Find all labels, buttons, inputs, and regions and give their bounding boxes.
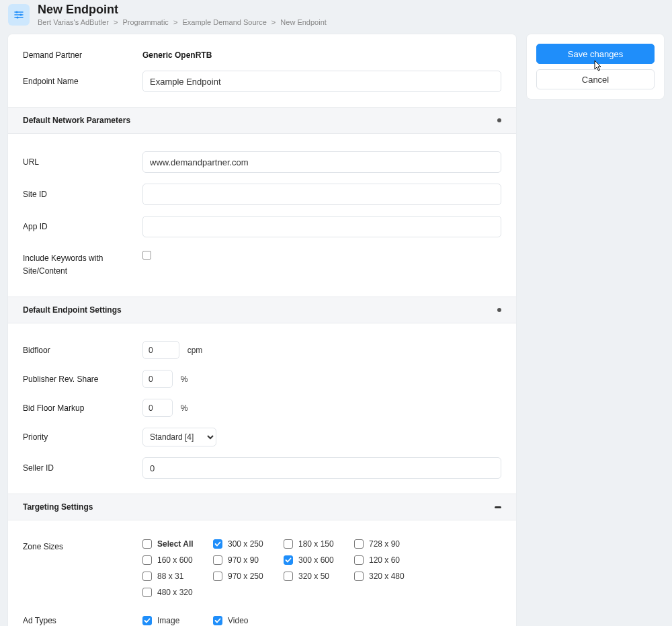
include-keywords-checkbox[interactable]: [142, 251, 151, 260]
action-panel: Save changes Cancel: [527, 34, 664, 99]
demand-partner-label: Demand Partner: [23, 50, 142, 60]
zone-size-label: 88 x 31: [157, 572, 183, 581]
checkbox-icon[interactable]: [284, 555, 293, 565]
collapse-minus-icon: [495, 506, 501, 508]
zone-size-option[interactable]: 480 x 320: [142, 588, 213, 597]
checkbox-icon[interactable]: [142, 555, 152, 565]
zone-size-label: 180 x 150: [298, 539, 334, 549]
app-id-label: App ID: [23, 222, 142, 231]
zone-size-option[interactable]: 970 x 250: [213, 572, 284, 581]
checkbox-icon[interactable]: [142, 539, 152, 549]
url-input[interactable]: [142, 151, 501, 173]
checkbox-icon[interactable]: [142, 588, 152, 597]
ad-type-option[interactable]: Video: [213, 616, 284, 625]
bidfloor-label: Bidfloor: [23, 346, 142, 355]
zone-size-label: 728 x 90: [369, 539, 400, 549]
zone-size-option[interactable]: 320 x 50: [284, 572, 354, 581]
checkbox-icon[interactable]: [354, 539, 364, 549]
breadcrumb-item[interactable]: Programmatic: [122, 18, 168, 26]
zone-size-option[interactable]: 160 x 600: [142, 555, 213, 565]
ad-type-option[interactable]: Image: [142, 616, 213, 625]
zone-size-option[interactable]: 970 x 90: [213, 555, 284, 565]
pubrev-label: Publisher Rev. Share: [23, 375, 142, 384]
bidfloor-suffix: cpm: [187, 346, 203, 355]
zone-size-label: 970 x 90: [228, 555, 259, 565]
checkbox-icon[interactable]: [213, 572, 222, 581]
seller-id-input[interactable]: [142, 457, 501, 479]
pubrev-input[interactable]: [142, 370, 173, 388]
priority-label: Priority: [23, 432, 142, 442]
ad-type-label: Video: [228, 616, 248, 625]
save-button[interactable]: Save changes: [536, 44, 655, 64]
checkbox-icon[interactable]: [284, 572, 293, 581]
zone-size-option[interactable]: 88 x 31: [142, 572, 213, 581]
zone-size-label: 320 x 50: [298, 572, 329, 581]
collapse-dot-icon: [497, 308, 501, 312]
site-id-label: Site ID: [23, 190, 142, 199]
endpoint-name-input[interactable]: [142, 71, 501, 92]
breadcrumb-item[interactable]: Example Demand Source: [182, 18, 266, 26]
breadcrumb: Bert Varias's AdButler > Programmatic > …: [38, 18, 327, 26]
breadcrumb-item: New Endpoint: [280, 18, 327, 26]
ad-types-label: Ad Types: [23, 616, 142, 625]
main-form: Demand Partner Generic OpenRTB Endpoint …: [8, 34, 516, 626]
zone-sizes-grid: Select All300 x 250180 x 150728 x 90160 …: [142, 539, 495, 597]
site-id-input[interactable]: [142, 184, 501, 205]
zone-size-option[interactable]: 728 x 90: [354, 539, 425, 549]
ad-types-group: ImageVideo: [142, 616, 284, 625]
demand-partner-value: Generic OpenRTB: [142, 50, 212, 60]
checkbox-icon[interactable]: [354, 555, 364, 565]
checkbox-icon[interactable]: [213, 555, 222, 565]
zone-size-label: 160 x 600: [157, 555, 193, 565]
zone-size-option[interactable]: 300 x 600: [284, 555, 354, 565]
svg-point-1: [19, 13, 22, 15]
breadcrumb-item[interactable]: Bert Varias's AdButler: [38, 18, 109, 26]
svg-point-0: [15, 11, 17, 13]
zone-size-label: 120 x 60: [369, 555, 400, 565]
zone-size-option[interactable]: Select All: [142, 539, 213, 549]
url-label: URL: [23, 157, 142, 167]
endpoint-name-label: Endpoint Name: [23, 77, 142, 86]
zone-size-label: 320 x 480: [369, 572, 405, 581]
checkbox-icon[interactable]: [354, 572, 364, 581]
checkbox-icon[interactable]: [284, 539, 293, 549]
page-title: New Endpoint: [38, 3, 327, 17]
markup-suffix: %: [181, 403, 188, 413]
zone-size-label: Select All: [157, 539, 194, 549]
zone-size-label: 300 x 600: [298, 555, 334, 565]
app-id-input[interactable]: [142, 216, 501, 237]
seller-id-label: Seller ID: [23, 463, 142, 473]
section-endpoint-header[interactable]: Default Endpoint Settings: [8, 297, 516, 323]
ad-type-label: Image: [157, 616, 179, 625]
checkbox-icon[interactable]: [213, 539, 222, 549]
collapse-dot-icon: [497, 118, 501, 122]
zone-size-label: 480 x 320: [157, 588, 193, 597]
bidfloor-input[interactable]: [142, 341, 179, 359]
zone-size-option[interactable]: 120 x 60: [354, 555, 425, 565]
pubrev-suffix: %: [181, 375, 188, 384]
zone-size-label: 970 x 250: [228, 572, 263, 581]
cancel-button[interactable]: Cancel: [536, 69, 655, 89]
priority-select[interactable]: Standard [4]: [142, 428, 216, 446]
zone-size-option[interactable]: 300 x 250: [213, 539, 284, 549]
endpoint-icon: [8, 4, 30, 26]
checkbox-icon[interactable]: [142, 572, 152, 581]
section-network-header[interactable]: Default Network Parameters: [8, 107, 516, 134]
zone-size-option[interactable]: 320 x 480: [354, 572, 425, 581]
checkbox-icon[interactable]: [213, 616, 222, 625]
zone-size-label: 300 x 250: [228, 539, 263, 549]
svg-point-2: [16, 16, 18, 18]
checkbox-icon[interactable]: [142, 616, 152, 625]
include-keywords-label: Include Keywords with Site/Content: [23, 249, 142, 278]
zone-sizes-label: Zone Sizes: [23, 539, 142, 551]
section-targeting-header[interactable]: Targeting Settings: [8, 494, 516, 520]
zone-size-option[interactable]: 180 x 150: [284, 539, 354, 549]
markup-label: Bid Floor Markup: [23, 403, 142, 413]
markup-input[interactable]: [142, 399, 173, 417]
